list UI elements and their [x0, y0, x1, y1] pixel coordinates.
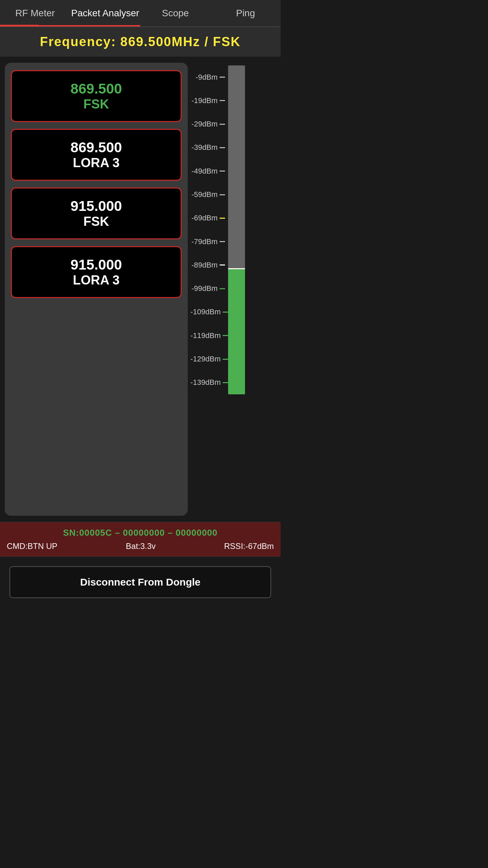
disconnect-section: Disconnect From Dongle [0, 557, 281, 608]
dbm-row-139: -139dBm [190, 371, 228, 394]
dbm-label-9: -9dBm [190, 73, 218, 82]
tick-59 [220, 194, 225, 195]
dbm-label-109: -109dBm [190, 308, 221, 316]
dbm-label-89: -89dBm [190, 261, 218, 270]
tab-indicator [0, 25, 39, 26]
signal-meter-panel: -9dBm -19dBm -29dBm -39dBm [190, 63, 276, 516]
channel-2-freq: 869.500 [19, 139, 174, 156]
channel-card-4[interactable]: 915.000 LORA 3 [11, 246, 182, 298]
dbm-label-49: -49dBm [190, 167, 218, 176]
tick-89 [220, 264, 225, 265]
dbm-row-109: -109dBm [190, 300, 228, 324]
tick-19 [220, 100, 225, 101]
channel-4-mode: LORA 3 [19, 273, 174, 288]
tab-ping[interactable]: Ping [210, 0, 281, 26]
dbm-row-99: -99dBm [190, 277, 228, 300]
dbm-scale: -9dBm -19dBm -29dBm -39dBm [190, 65, 228, 394]
tick-69 [220, 218, 225, 219]
tick-119 [223, 335, 228, 336]
dbm-row-129: -129dBm [190, 347, 228, 371]
status-rssi: RSSI:-67dBm [224, 541, 274, 551]
dbm-row-39: -39dBm [190, 136, 228, 159]
dbm-label-119: -119dBm [190, 331, 221, 340]
dbm-label-69: -69dBm [190, 214, 218, 222]
dbm-label-39: -39dBm [190, 143, 218, 152]
dbm-label-129: -129dBm [190, 355, 221, 363]
signal-bar-white-marker [228, 268, 245, 269]
tick-109 [223, 312, 228, 313]
channels-panel: 869.500 FSK 869.500 LORA 3 915.000 FSK 9… [5, 63, 188, 516]
channel-2-mode: LORA 3 [19, 156, 174, 170]
dbm-row-119: -119dBm [190, 324, 228, 347]
channel-4-freq: 915.000 [19, 257, 174, 273]
dbm-row-89: -89dBm [190, 253, 228, 277]
signal-bar [228, 65, 245, 394]
tick-29 [220, 124, 225, 125]
status-bar: SN:00005C – 00000000 – 00000000 CMD:BTN … [0, 522, 281, 557]
tick-99 [220, 288, 225, 289]
status-bat: Bat:3.3v [126, 541, 156, 551]
dbm-row-69: -69dBm [190, 206, 228, 230]
dbm-row-49: -49dBm [190, 159, 228, 183]
disconnect-button[interactable]: Disconnect From Dongle [9, 566, 271, 598]
channel-3-freq: 915.000 [19, 198, 174, 214]
frequency-header: Frequency: 869.500MHz / FSK [0, 27, 281, 57]
channel-card-1[interactable]: 869.500 FSK [11, 70, 182, 122]
main-content: 869.500 FSK 869.500 LORA 3 915.000 FSK 9… [0, 57, 281, 522]
tick-9 [220, 77, 225, 78]
tick-129 [223, 359, 228, 360]
channel-card-3[interactable]: 915.000 FSK [11, 188, 182, 239]
dbm-label-19: -19dBm [190, 96, 218, 105]
tick-139 [223, 382, 228, 383]
tick-49 [220, 171, 225, 172]
tick-39 [220, 147, 225, 148]
tick-79 [220, 241, 225, 242]
app-container: RF Meter Packet Analyser Scope Ping Freq… [0, 0, 281, 608]
dbm-row-19: -19dBm [190, 89, 228, 112]
status-row: CMD:BTN UP Bat:3.3v RSSI:-67dBm [7, 541, 274, 551]
dbm-label-59: -59dBm [190, 190, 218, 199]
status-sn: SN:00005C – 00000000 – 00000000 [7, 528, 274, 538]
frequency-text: Frequency: 869.500MHz / FSK [40, 35, 241, 49]
tab-rf-meter[interactable]: RF Meter [0, 0, 70, 26]
dbm-row-9: -9dBm [190, 65, 228, 89]
tab-scope[interactable]: Scope [140, 0, 210, 26]
tab-packet-analyser[interactable]: Packet Analyser [70, 0, 140, 26]
dbm-label-79: -79dBm [190, 237, 218, 246]
channel-1-freq: 869.500 [19, 81, 174, 97]
dbm-label-139: -139dBm [190, 378, 221, 387]
signal-bar-green [228, 269, 245, 394]
dbm-row-79: -79dBm [190, 230, 228, 253]
channel-card-2[interactable]: 869.500 LORA 3 [11, 129, 182, 181]
dbm-label-29: -29dBm [190, 120, 218, 129]
tab-bar: RF Meter Packet Analyser Scope Ping [0, 0, 281, 27]
status-cmd: CMD:BTN UP [7, 541, 57, 551]
dbm-row-29: -29dBm [190, 113, 228, 136]
dbm-label-99: -99dBm [190, 284, 218, 293]
dbm-row-59: -59dBm [190, 183, 228, 206]
channel-3-mode: FSK [19, 214, 174, 229]
channel-1-mode: FSK [19, 97, 174, 112]
